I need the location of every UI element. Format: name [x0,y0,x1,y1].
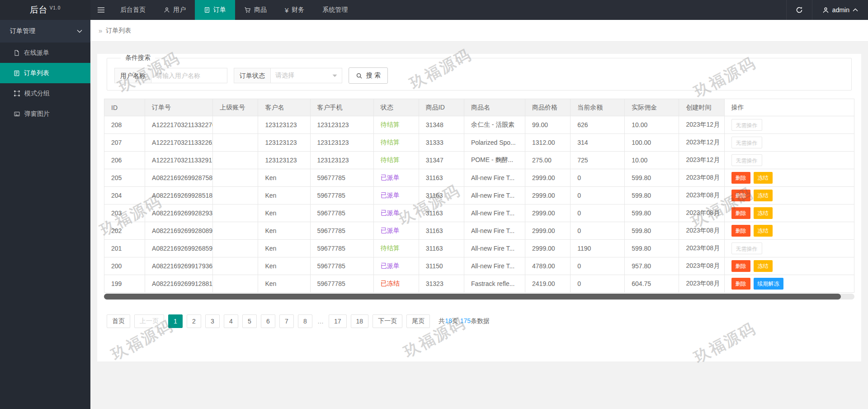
cell-actual-commission: 599.80 [625,204,679,222]
status-badge: 待结算 [381,121,400,128]
cell-customer-name: 123123123 [258,152,310,169]
page-number-button[interactable]: 18 [351,314,369,328]
delete-button[interactable]: 删除 [731,207,750,219]
page-number-button[interactable]: 8 [298,314,312,328]
last-page-button[interactable]: 尾页 [406,314,430,328]
nav-item-finance[interactable]: ¥财务 [276,0,313,20]
cell-id: 204 [104,187,145,204]
page-title: 订单列表 [106,27,131,35]
cell-customer-phone: 59677785 [310,222,373,240]
nav-item-home[interactable]: 后台首页 [111,0,155,20]
cell-actual-commission: 599.80 [625,222,679,240]
page-number-button[interactable]: 17 [329,314,347,328]
cell-product-id: 31163 [419,222,464,240]
delete-button[interactable]: 删除 [731,172,750,184]
cell-parent-account [213,204,258,222]
page-number-button[interactable]: 4 [224,314,238,328]
cell-product-price: 99.00 [525,116,571,134]
summary-text: 条数据 [471,317,490,324]
sidebar-group-label: 订单管理 [10,27,77,35]
user-icon [164,7,170,13]
cell-created-time: 2023年08月 [679,222,724,240]
freeze-button[interactable]: 冻结 [754,260,773,272]
cell-operations: 无需操作 [724,116,854,134]
cell-id: 207 [104,134,145,152]
none-button: 无需操作 [731,119,762,131]
nav-item-label: 用户 [173,6,186,14]
cell-current-balance: 626 [571,116,625,134]
order-status-selected-value: 请选择 [275,71,294,80]
cell-operations: 删除续期解冻 [724,275,854,293]
status-badge: 待结算 [381,156,400,163]
page-number-button[interactable]: 1 [168,314,183,328]
nav-item-users[interactable]: 用户 [155,0,195,20]
cell-customer-name: 123123123 [258,116,310,134]
delete-button[interactable]: 删除 [731,225,750,237]
delete-button[interactable]: 删除 [731,278,750,290]
cell-status: 待结算 [373,152,419,169]
page-number-button[interactable]: 2 [187,314,201,328]
nav-item-orders[interactable]: 订单 [195,0,235,20]
cell-created-time: 2023年08月 [679,257,724,275]
freeze-button[interactable]: 冻结 [754,207,773,219]
main-nav: 后台首页用户订单商品¥财务系统管理 [111,0,357,20]
admin-menu[interactable]: admin [812,0,868,20]
cell-product-name: Polarized Spo... [464,134,525,152]
column-header: 操作 [724,99,854,116]
column-header: 订单号 [145,99,213,116]
page-number-button[interactable]: 6 [261,314,275,328]
page-number-button[interactable]: 5 [242,314,257,328]
sidebar-item-online-dispatch[interactable]: 在线派单 [0,43,90,63]
cell-id: 202 [104,222,145,240]
nav-item-system[interactable]: 系统管理 [313,0,357,20]
delete-button[interactable]: 删除 [731,190,750,201]
sidebar-group-order-management[interactable]: 订单管理 [0,20,90,43]
next-page-button[interactable]: 下一页 [373,314,402,328]
sidebar-item-mode-group[interactable]: 模式分组 [0,83,90,104]
nav-item-label: 后台首页 [120,6,146,14]
delete-button[interactable]: 删除 [731,260,750,272]
select-caret-icon [332,74,337,77]
cell-customer-name: Ken [258,257,310,275]
order-status-label: 订单状态 [234,68,271,83]
table-hscrollbar-thumb[interactable] [104,294,841,300]
first-page-button[interactable]: 首页 [107,314,130,328]
cell-customer-phone: 59677785 [310,275,373,293]
cell-customer-phone: 59677785 [310,169,373,187]
sidebar-item-popup-image[interactable]: 弹窗图片 [0,104,90,124]
column-header: 创建时间 [679,99,724,116]
cell-id: 208 [104,116,145,134]
page-number-button[interactable]: 3 [205,314,220,328]
cell-operations: 删除冻结 [724,187,854,204]
sidebar-item-order-list[interactable]: 订单列表 [0,63,90,83]
sidebar-item-label: 订单列表 [24,69,49,77]
cell-current-balance: 0 [571,222,625,240]
refresh-icon[interactable] [786,0,812,20]
cell-current-balance: 314 [571,134,625,152]
cell-current-balance: 0 [571,257,625,275]
page-number-button[interactable]: 7 [279,314,294,328]
cell-parent-account [213,275,258,293]
unfreeze-button[interactable]: 续期解冻 [754,278,783,290]
cell-product-name: POME - 麴酵... [464,152,525,169]
hamburger-icon[interactable] [90,0,111,20]
cell-operations: 无需操作 [724,134,854,152]
chevron-down-icon [77,29,82,33]
cell-product-name: All-new Fire T... [464,222,525,240]
status-badge: 待结算 [381,138,400,146]
nav-item-products[interactable]: 商品 [235,0,276,20]
cell-created-time: 2023年08月 [679,240,724,257]
nav-item-label: 订单 [213,6,226,14]
freeze-button[interactable]: 冻结 [754,172,773,184]
breadcrumb: » 订单列表 [90,20,868,42]
freeze-button[interactable]: 冻结 [754,225,773,237]
search-button[interactable]: 搜 索 [349,67,388,84]
freeze-button[interactable]: 冻结 [754,190,773,201]
cell-product-price: 275.00 [525,152,571,169]
app-logo: 后台 V1.0 [0,0,90,20]
username-input[interactable] [151,68,227,83]
order-status-select[interactable]: 请选择 [271,68,342,83]
cell-order-no: A08221692699287580 [145,169,213,187]
cell-id: 205 [104,169,145,187]
cell-operations: 删除冻结 [724,169,854,187]
